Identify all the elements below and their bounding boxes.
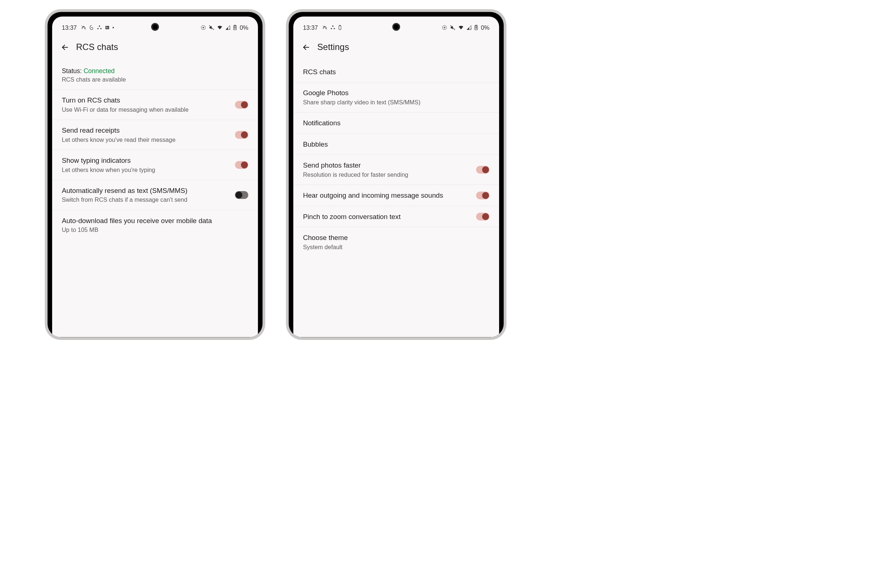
svg-rect-9: [230, 28, 230, 29]
svg-rect-26: [476, 25, 477, 26]
share-icon: [97, 25, 102, 30]
camera-cutout: [151, 23, 159, 31]
row-sub: Resolution is reduced for faster sending: [303, 171, 470, 178]
setting-pinch-zoom[interactable]: Pinch to zoom conversation text: [293, 206, 499, 227]
toggle-switch[interactable]: [235, 161, 248, 169]
status-sub: RCS chats are available: [62, 76, 248, 84]
svg-point-0: [82, 28, 82, 29]
svg-point-4: [100, 28, 101, 29]
mute-icon: [450, 25, 456, 30]
setting-notifications[interactable]: Notifications: [293, 112, 499, 134]
battery-icon: [233, 25, 237, 30]
add-alarm-icon: [201, 25, 206, 30]
missed-call-icon: [322, 25, 327, 30]
row-title: Choose theme: [303, 233, 489, 242]
mute-icon: [209, 25, 214, 30]
status-time: 13:37: [62, 24, 77, 31]
toggle-switch[interactable]: [235, 131, 248, 138]
row-sub: Use Wi-Fi or data for messaging when ava…: [62, 106, 230, 114]
setting-turn-on-rcs[interactable]: Turn on RCS chats Use Wi-Fi or data for …: [52, 90, 258, 119]
setting-auto-resend[interactable]: Automatically resend as text (SMS/MMS) S…: [52, 180, 258, 210]
status-value: Connected: [83, 67, 115, 74]
row-title: Auto-download files you receive over mob…: [62, 216, 248, 225]
app-icon: [105, 25, 110, 30]
status-label: Status:: [62, 67, 83, 74]
row-title: Show typing indicators: [62, 156, 230, 165]
back-button[interactable]: [60, 43, 69, 52]
app-bar: RCS chats: [52, 33, 258, 59]
row-sub: Share sharp clarity video in text (SMS/M…: [303, 99, 489, 106]
battery-percent: 0%: [481, 24, 489, 31]
row-title: Hear outgoing and incoming message sound…: [303, 191, 470, 200]
row-sub: Let others know when you're typing: [62, 166, 230, 174]
svg-rect-6: [106, 27, 106, 27]
wifi-icon: [458, 25, 464, 30]
toggle-switch[interactable]: [476, 213, 489, 220]
toggle-switch[interactable]: [476, 192, 489, 199]
row-title: Turn on RCS chats: [62, 96, 230, 105]
svg-point-15: [323, 28, 324, 29]
signal-icon: [467, 25, 472, 30]
setting-typing-indicators[interactable]: Show typing indicators Let others know w…: [52, 150, 258, 180]
toggle-switch[interactable]: [235, 101, 248, 108]
phone-left: 13:37 0%: [45, 9, 266, 340]
wifi-icon: [217, 25, 223, 30]
status-time: 13:37: [303, 24, 318, 31]
battery-small-icon: [338, 25, 342, 30]
svg-point-18: [331, 28, 332, 29]
setting-choose-theme[interactable]: Choose theme System default: [293, 227, 499, 257]
setting-rcs-chats[interactable]: RCS chats: [293, 59, 499, 82]
svg-rect-13: [235, 27, 235, 28]
svg-point-17: [332, 26, 333, 27]
add-alarm-icon: [442, 25, 447, 30]
svg-rect-23: [471, 28, 471, 29]
row-sub: System default: [303, 243, 489, 251]
setting-read-receipts[interactable]: Send read receipts Let others know you'v…: [52, 120, 258, 150]
share-icon: [330, 25, 336, 30]
svg-rect-21: [340, 26, 340, 26]
phone-right: 13:37 0%: [286, 9, 506, 340]
battery-icon: [474, 25, 478, 30]
setting-bubbles[interactable]: Bubbles: [293, 134, 499, 155]
signal-icon: [225, 25, 230, 30]
setting-message-sounds[interactable]: Hear outgoing and incoming message sound…: [293, 185, 499, 206]
page-title: RCS chats: [76, 42, 118, 52]
more-notifications-icon: [112, 27, 114, 28]
app-bar: Settings: [293, 33, 499, 59]
threads-icon: [89, 25, 94, 30]
missed-call-icon: [81, 25, 86, 30]
svg-point-3: [98, 28, 99, 29]
svg-point-19: [334, 28, 335, 29]
setting-send-photos-faster[interactable]: Send photos faster Resolution is reduced…: [293, 155, 499, 184]
svg-rect-20: [339, 26, 341, 30]
row-sub: Let others know you've read their messag…: [62, 136, 230, 144]
toggle-switch[interactable]: [476, 166, 489, 174]
row-title: Send read receipts: [62, 126, 230, 135]
rcs-status-block: Status: Connected RCS chats are availabl…: [52, 59, 258, 90]
setting-auto-download[interactable]: Auto-download files you receive over mob…: [52, 210, 258, 240]
svg-point-2: [99, 26, 100, 27]
camera-cutout: [393, 23, 400, 31]
row-title: Send photos faster: [303, 161, 470, 170]
page-title: Settings: [317, 42, 349, 52]
row-sub: Up to 105 MB: [62, 226, 248, 234]
row-title: Pinch to zoom conversation text: [303, 212, 470, 221]
back-button[interactable]: [302, 43, 311, 52]
toggle-switch[interactable]: [235, 191, 248, 199]
svg-point-14: [235, 28, 235, 28]
row-title: RCS chats: [303, 67, 489, 76]
row-sub: Switch from RCS chats if a message can't…: [62, 196, 230, 204]
row-title: Automatically resend as text (SMS/MMS): [62, 186, 230, 195]
svg-rect-12: [234, 25, 236, 26]
battery-percent: 0%: [240, 24, 248, 31]
setting-google-photos[interactable]: Google Photos Share sharp clarity video …: [293, 82, 499, 112]
row-title: Notifications: [303, 119, 489, 128]
row-title: Google Photos: [303, 88, 489, 98]
svg-rect-27: [476, 27, 476, 28]
svg-point-28: [476, 28, 476, 28]
row-title: Bubbles: [303, 140, 489, 148]
